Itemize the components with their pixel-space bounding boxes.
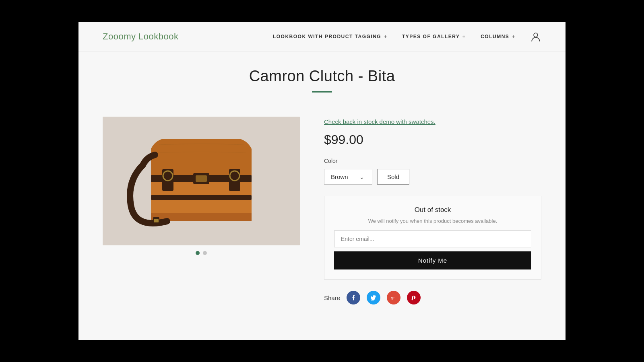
out-of-stock-title: Out of stock xyxy=(334,206,531,214)
color-label: Color xyxy=(324,158,541,164)
page-title-section: Camron Clutch - Bita xyxy=(78,51,566,101)
image-dots xyxy=(103,251,300,255)
nav-plus-columns: + xyxy=(512,33,516,40)
svg-point-0 xyxy=(534,33,538,37)
svg-rect-12 xyxy=(196,175,207,182)
browser-window: Zooomy Lookbook LOOKBOOK WITH PRODUCT TA… xyxy=(78,22,566,340)
image-dot-2[interactable] xyxy=(203,251,207,255)
twitter-icon[interactable] xyxy=(367,291,380,304)
nav: LOOKBOOK WITH PRODUCT TAGGING + TYPES OF… xyxy=(273,31,541,42)
product-image-container xyxy=(103,117,300,245)
nav-item-gallery[interactable]: TYPES OF GALLERY + xyxy=(402,33,466,40)
share-row: Share g+ xyxy=(324,291,541,304)
share-label: Share xyxy=(324,294,340,301)
nav-plus-lookbook: + xyxy=(384,33,388,40)
color-selected: Brown xyxy=(331,173,348,180)
nav-item-lookbook[interactable]: LOOKBOOK WITH PRODUCT TAGGING + xyxy=(273,33,388,40)
notify-description: We will notify you when this product bec… xyxy=(334,218,531,224)
page-title: Camron Clutch - Bita xyxy=(78,68,566,85)
nav-item-columns[interactable]: COLUMNS + xyxy=(481,33,516,40)
nav-plus-gallery: + xyxy=(462,33,466,40)
header: Zooomy Lookbook LOOKBOOK WITH PRODUCT TA… xyxy=(78,22,566,51)
facebook-icon[interactable] xyxy=(347,291,360,304)
stock-link[interactable]: Check back in stock demo with swatches. xyxy=(324,118,541,125)
chevron-down-icon: ⌄ xyxy=(359,174,364,180)
sold-button[interactable]: Sold xyxy=(377,169,409,185)
color-row: Brown ⌄ Sold xyxy=(324,169,541,185)
color-dropdown[interactable]: Brown ⌄ xyxy=(324,169,372,185)
image-dot-1[interactable] xyxy=(196,251,200,255)
svg-text:g+: g+ xyxy=(391,296,395,300)
product-section: Check back in stock demo with swatches. … xyxy=(78,101,566,329)
google-plus-icon[interactable]: g+ xyxy=(387,291,400,304)
price: $99.00 xyxy=(324,132,541,147)
svg-rect-10 xyxy=(233,173,236,179)
pinterest-icon[interactable] xyxy=(407,291,421,304)
svg-rect-7 xyxy=(166,173,169,179)
email-input[interactable] xyxy=(334,230,531,247)
user-icon[interactable] xyxy=(530,31,541,42)
title-underline xyxy=(312,91,332,93)
notify-button[interactable]: Notify Me xyxy=(334,251,531,269)
svg-rect-4 xyxy=(151,195,252,200)
out-of-stock-box: Out of stock We will notify you when thi… xyxy=(324,196,541,280)
image-area xyxy=(103,117,300,304)
svg-rect-15 xyxy=(154,219,159,222)
brand-name[interactable]: Zooomy Lookbook xyxy=(103,31,179,42)
product-details: Check back in stock demo with swatches. … xyxy=(324,117,541,304)
